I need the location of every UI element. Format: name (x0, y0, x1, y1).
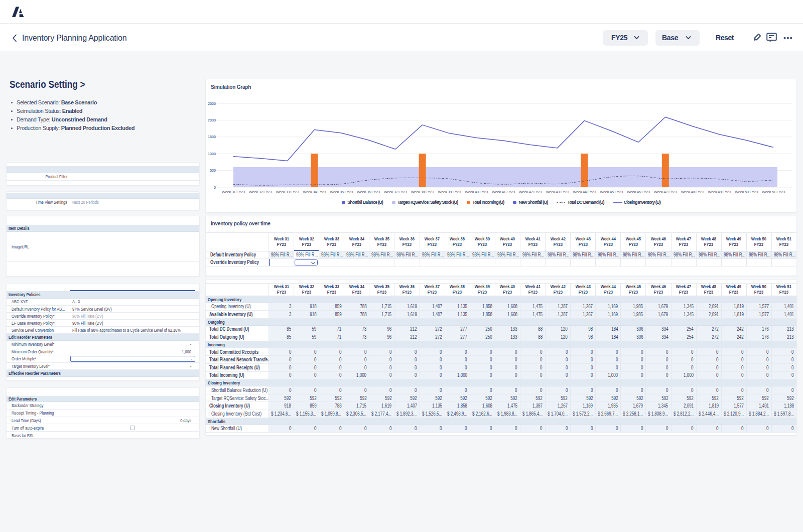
svg-text:Week 44 FY23: Week 44 FY23 (573, 190, 596, 194)
svg-text:Week 42 FY23: Week 42 FY23 (519, 190, 542, 194)
svg-text:2500: 2500 (208, 101, 216, 106)
svg-text:Week 36 FY23: Week 36 FY23 (357, 190, 380, 194)
svg-text:1500: 1500 (208, 135, 216, 139)
svg-text:0: 0 (214, 185, 216, 190)
svg-text:Week 43 FY23: Week 43 FY23 (546, 190, 569, 194)
svg-text:Week 39 FY23: Week 39 FY23 (438, 190, 461, 194)
svg-text:2000: 2000 (208, 118, 216, 122)
svg-text:Week 38 FY23: Week 38 FY23 (411, 190, 434, 194)
svg-text:Week 34 FY23: Week 34 FY23 (303, 190, 326, 194)
svg-text:Week 37 FY23: Week 37 FY23 (384, 190, 407, 194)
svg-text:1000: 1000 (208, 152, 216, 156)
svg-text:Week 31 FY23: Week 31 FY23 (222, 190, 245, 194)
svg-text:Week 33 FY23: Week 33 FY23 (276, 190, 299, 194)
svg-text:Week 50 FY23: Week 50 FY23 (735, 190, 758, 194)
svg-text:500: 500 (210, 168, 216, 173)
svg-text:Week 35 FY23: Week 35 FY23 (330, 190, 353, 194)
svg-text:Week 48 FY23: Week 48 FY23 (681, 190, 704, 194)
svg-text:Week 40 FY23: Week 40 FY23 (465, 190, 488, 194)
svg-text:Week 45 FY23: Week 45 FY23 (600, 190, 623, 194)
svg-text:Week 47 FY23: Week 47 FY23 (654, 190, 677, 194)
svg-text:Week 49 FY23: Week 49 FY23 (708, 190, 731, 194)
svg-text:Week 46 FY23: Week 46 FY23 (627, 190, 650, 194)
svg-text:Week 41 FY23: Week 41 FY23 (492, 190, 515, 194)
svg-text:Week 51 FY23: Week 51 FY23 (762, 190, 785, 194)
svg-text:Week 32 FY23: Week 32 FY23 (249, 190, 272, 194)
